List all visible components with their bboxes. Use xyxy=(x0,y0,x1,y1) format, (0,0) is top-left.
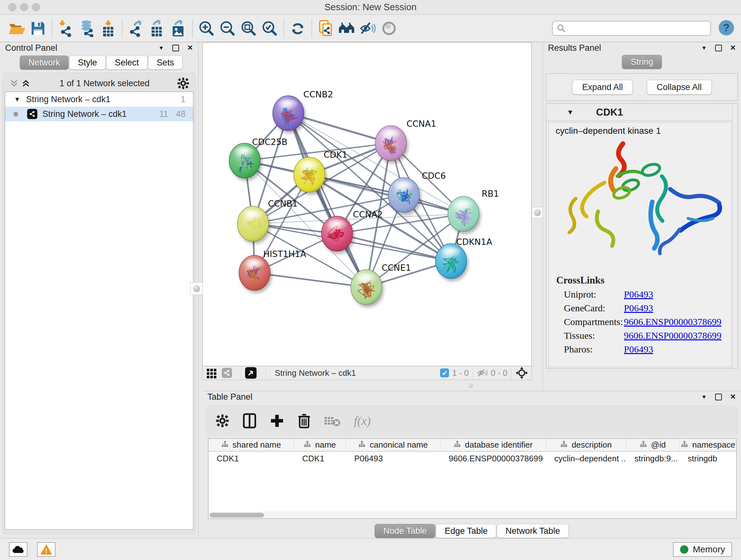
crosslink-link[interactable]: 9606.ENSP00000378699 xyxy=(624,330,722,341)
open-session-button[interactable] xyxy=(6,17,27,40)
column-header[interactable]: @id xyxy=(626,439,679,451)
network-node-cdc6[interactable]: CDC6 xyxy=(388,171,446,212)
minimize-window-button[interactable] xyxy=(20,3,28,11)
delete-trash-icon[interactable] xyxy=(297,413,311,429)
network-node-ccnb1[interactable]: CCNB1 xyxy=(238,199,298,241)
expand-all-button[interactable]: Expand All xyxy=(572,80,633,95)
column-header[interactable]: shared name xyxy=(208,439,294,451)
open-in-new-window-icon[interactable] xyxy=(245,367,257,379)
crosslink-link[interactable]: P06493 xyxy=(624,344,653,355)
function-builder-button[interactable]: f(x) xyxy=(354,414,371,428)
table-cell[interactable]: CDK1 xyxy=(294,454,346,463)
warnings-button[interactable]: ! xyxy=(37,542,56,557)
add-column-plus-icon[interactable] xyxy=(270,414,284,428)
network-canvas[interactable]: CCNB2CCNA1CDC25BCDK1CDC6RB1CCNB1CCNA2CDK… xyxy=(202,42,532,366)
selected-checkbox-icon[interactable] xyxy=(440,368,449,377)
network-edge[interactable] xyxy=(288,113,391,143)
tab-select[interactable]: Select xyxy=(106,56,147,70)
export-image-button[interactable] xyxy=(168,17,189,40)
section-caret-icon[interactable]: ▼ xyxy=(567,108,574,117)
gene-section-header[interactable]: ▼ CDK1 xyxy=(546,104,738,121)
delete-table-icon[interactable] xyxy=(324,415,341,427)
hide-panel-button[interactable] xyxy=(357,17,379,40)
results-scrollbar[interactable] xyxy=(732,104,738,368)
table-cell[interactable]: stringdb xyxy=(679,454,737,463)
column-header[interactable]: database identifier xyxy=(441,439,546,451)
show-all-networks-button[interactable] xyxy=(336,17,357,40)
network-node-rb1[interactable]: RB1 xyxy=(448,189,499,232)
table-row[interactable]: CDK1CDK1P064939606.ENSP00000378699cyclin… xyxy=(208,451,736,465)
search-input[interactable] xyxy=(569,23,706,33)
crosslink-link[interactable]: P06493 xyxy=(624,303,653,314)
copy-style-button[interactable] xyxy=(315,17,336,40)
column-header[interactable]: canonical name xyxy=(346,439,441,451)
tab-network-table[interactable]: Network Table xyxy=(497,524,569,538)
network-node-cdkn1a[interactable]: CDKN1A xyxy=(435,237,492,279)
network-node-cdk1[interactable]: CDK1 xyxy=(293,150,347,192)
tab-style[interactable]: Style xyxy=(69,56,106,70)
network-type-icon[interactable] xyxy=(222,368,232,378)
table-hscrollbar[interactable] xyxy=(208,511,736,518)
panel-collapse-icon[interactable]: ▼ xyxy=(701,45,707,51)
panel-close-icon[interactable]: ✕ xyxy=(730,44,736,51)
table-cell[interactable]: 9606.ENSP00000378699 xyxy=(441,454,546,463)
bottom-splitter-handle[interactable] xyxy=(468,383,473,388)
panel-float-icon[interactable] xyxy=(715,45,722,51)
table-settings-gear-icon[interactable] xyxy=(215,414,229,428)
zoom-selected-button[interactable] xyxy=(259,17,280,40)
network-node-ccne1[interactable]: CCNE1 xyxy=(351,263,411,305)
tab-node-table[interactable]: Node Table xyxy=(375,524,435,538)
scrollbar-thumb[interactable] xyxy=(210,513,264,517)
gear-icon[interactable] xyxy=(177,77,190,90)
table-cell[interactable]: P06493 xyxy=(346,454,441,463)
table-cell[interactable]: CDK1 xyxy=(208,454,294,463)
fit-crosshair-icon[interactable] xyxy=(515,367,528,379)
table-cell[interactable]: stringdb:9... xyxy=(626,454,679,463)
collapse-all-icon[interactable] xyxy=(9,78,19,88)
zoom-in-button[interactable] xyxy=(196,17,217,40)
network-edge[interactable] xyxy=(255,273,366,287)
apply-layout-button[interactable] xyxy=(287,17,308,40)
panel-collapse-icon[interactable]: ▼ xyxy=(701,394,707,400)
expand-all-icon[interactable] xyxy=(19,78,32,88)
save-session-button[interactable] xyxy=(27,17,49,40)
column-header[interactable]: namespace xyxy=(679,439,737,451)
search-field[interactable] xyxy=(552,21,711,36)
collapse-all-button[interactable]: Collapse All xyxy=(647,80,712,95)
left-splitter-handle[interactable] xyxy=(190,282,203,295)
network-edge[interactable] xyxy=(288,113,366,287)
panel-float-icon[interactable] xyxy=(715,394,722,400)
zoom-out-button[interactable] xyxy=(217,17,238,40)
help-button[interactable]: ? xyxy=(718,19,735,37)
panel-collapse-icon[interactable]: ▼ xyxy=(158,45,164,51)
close-window-button[interactable] xyxy=(8,3,16,11)
cloud-status-button[interactable] xyxy=(9,542,27,557)
hidden-eye-icon[interactable] xyxy=(477,368,488,377)
column-header[interactable]: description xyxy=(546,439,626,451)
show-columns-icon[interactable] xyxy=(242,413,257,429)
tab-network[interactable]: Network xyxy=(20,56,69,70)
table-cell[interactable]: cyclin–dependent ... xyxy=(546,454,626,463)
appearance-sphere-button[interactable] xyxy=(379,17,400,40)
memory-button[interactable]: Memory xyxy=(673,542,732,557)
import-network-button[interactable] xyxy=(56,17,77,40)
tab-string[interactable]: String xyxy=(622,55,662,69)
panel-close-icon[interactable]: ✕ xyxy=(187,44,193,51)
crosslink-link[interactable]: 9606.ENSP00000378699 xyxy=(624,316,722,327)
right-splitter-handle[interactable] xyxy=(532,207,543,219)
tab-sets[interactable]: Sets xyxy=(148,56,183,70)
tree-caret-icon[interactable]: ▼ xyxy=(14,96,20,103)
export-table-button[interactable] xyxy=(147,17,168,40)
panel-float-icon[interactable] xyxy=(172,45,179,51)
export-network-button[interactable] xyxy=(126,17,147,40)
network-node-ccna1[interactable]: CCNA1 xyxy=(375,119,436,161)
import-table-button[interactable] xyxy=(98,17,119,40)
import-database-button[interactable] xyxy=(77,17,98,40)
network-row-selected[interactable]: String Network – cdk1 11 48 xyxy=(5,107,193,121)
maximize-window-button[interactable] xyxy=(32,3,40,11)
network-collection-row[interactable]: ▼ String Network – cdk1 1 xyxy=(5,92,193,107)
zoom-fit-button[interactable] xyxy=(238,17,259,40)
tab-edge-table[interactable]: Edge Table xyxy=(436,524,496,538)
column-header[interactable]: name xyxy=(294,439,346,451)
network-node-hist1h1a[interactable]: HIST1H1A xyxy=(239,249,307,291)
